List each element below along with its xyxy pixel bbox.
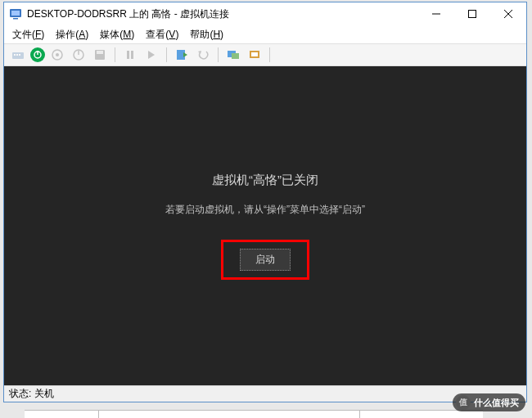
menubar: 文件(F) 操作(A) 媒体(M) 查看(V) 帮助(H) — [4, 25, 526, 43]
vm-display-area: 虚拟机“高恪”已关闭 若要启动虚拟机，请从“操作”菜单中选择“启动” 启动 — [4, 66, 526, 385]
shutdown-icon — [70, 46, 88, 64]
svg-rect-9 — [16, 54, 18, 56]
svg-rect-18 — [97, 51, 103, 54]
svg-rect-8 — [14, 54, 16, 56]
svg-rect-20 — [131, 51, 133, 59]
titlebar: DESKTOP-DODRSRR 上的 高恪 - 虚拟机连接 — [4, 2, 526, 25]
watermark: 值 什么值得买 — [453, 393, 525, 411]
watermark-text: 什么值得买 — [474, 397, 519, 409]
enhanced-session-icon[interactable] — [224, 46, 242, 64]
menu-action[interactable]: 操作(A) — [56, 28, 88, 42]
close-button[interactable] — [490, 2, 526, 25]
menu-view[interactable]: 查看(V) — [146, 28, 178, 42]
reset-icon — [142, 46, 160, 64]
start-button[interactable]: 启动 — [240, 249, 291, 271]
power-off-icon — [48, 46, 66, 64]
vm-instruction-message: 若要启动虚拟机，请从“操作”菜单中选择“启动” — [165, 203, 365, 217]
toolbar-separator — [115, 47, 115, 62]
vm-closed-message: 虚拟机“高恪”已关闭 — [212, 173, 318, 188]
app-icon — [9, 7, 22, 20]
svg-marker-23 — [183, 52, 187, 57]
svg-rect-10 — [19, 54, 20, 56]
maximize-button[interactable] — [454, 2, 490, 25]
toolbar — [4, 43, 526, 66]
menu-help[interactable]: 帮助(H) — [190, 28, 223, 42]
save-icon — [91, 46, 109, 64]
svg-rect-28 — [251, 52, 258, 56]
svg-rect-19 — [127, 51, 129, 59]
share-icon[interactable] — [246, 46, 264, 64]
highlight-annotation: 启动 — [221, 240, 309, 280]
ctrl-alt-del-icon — [9, 46, 27, 64]
revert-icon — [194, 46, 212, 64]
pause-icon — [121, 46, 139, 64]
svg-point-14 — [56, 53, 59, 56]
vm-connection-window: DESKTOP-DODRSRR 上的 高恪 - 虚拟机连接 文件(F) 操作(A… — [3, 2, 527, 402]
svg-rect-1 — [11, 11, 20, 16]
svg-marker-21 — [148, 51, 155, 59]
status-value: 关机 — [34, 387, 54, 401]
svg-rect-2 — [13, 18, 18, 20]
checkpoint-icon[interactable] — [173, 46, 191, 64]
statusbar: 状态: 关机 — [4, 385, 526, 402]
watermark-icon: 值 — [456, 395, 471, 410]
svg-rect-26 — [232, 53, 239, 59]
minimize-button[interactable] — [418, 2, 454, 25]
power-on-icon[interactable] — [30, 47, 45, 62]
menu-media[interactable]: 媒体(M) — [100, 28, 134, 42]
window-title: DESKTOP-DODRSRR 上的 高恪 - 虚拟机连接 — [27, 7, 418, 21]
toolbar-separator — [218, 47, 219, 62]
toolbar-separator — [269, 47, 270, 62]
menu-file[interactable]: 文件(F) — [12, 28, 44, 42]
window-controls — [418, 2, 526, 25]
svg-rect-4 — [469, 11, 476, 18]
toolbar-separator — [166, 47, 167, 62]
background-fragment — [25, 410, 483, 418]
status-label: 状态: — [9, 387, 31, 401]
